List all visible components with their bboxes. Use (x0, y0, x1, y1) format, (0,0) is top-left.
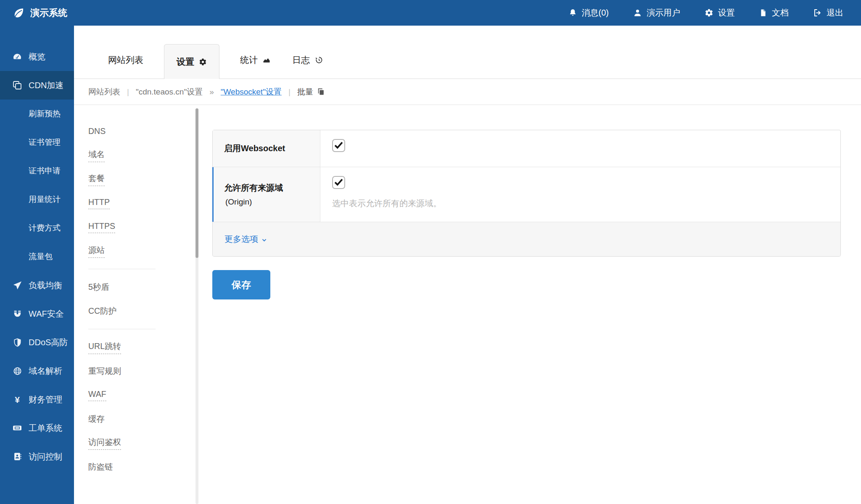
allow-origins-sublabel: (Origin) (224, 197, 314, 207)
topbar: 演示系统 消息(0) 演示用户 设置 文档 (0, 0, 861, 26)
sidebar-item-label: 计费方式 (29, 223, 61, 234)
submenu-label: 防盗链 (88, 461, 113, 472)
sidebar-item-cdn[interactable]: CDN加速 (0, 71, 74, 100)
sidebar-item-load-balance[interactable]: 负载均衡 (0, 271, 74, 299)
save-button[interactable]: 保存 (212, 270, 270, 299)
sidebar-item-access-control[interactable]: 访问控制 (0, 442, 74, 471)
user-menu-item[interactable]: 演示用户 (633, 7, 680, 18)
gear-icon (705, 8, 713, 17)
enable-websocket-label: 启用Websocket (224, 143, 314, 154)
breadcrumb-separator: | (127, 87, 129, 97)
submenu-item-5s-shield[interactable]: 5秒盾 (88, 275, 189, 299)
sidebar-item-label: 访问控制 (29, 451, 62, 462)
submenu-item-url-redirect[interactable]: URL跳转 (88, 335, 189, 359)
submenu-scrollbar[interactable] (195, 108, 198, 504)
settings-menu-item[interactable]: 设置 (705, 7, 735, 18)
sidebar-item-cert-apply[interactable]: 证书申请 (0, 157, 74, 185)
logout-label: 退出 (827, 7, 843, 18)
check-icon (333, 176, 344, 188)
paper-plane-icon (11, 281, 24, 290)
copy-icon (317, 88, 325, 96)
submenu-item-plan[interactable]: 套餐 (88, 167, 189, 191)
breadcrumb-arrow-separator: » (209, 87, 214, 97)
sidebar-item-ddos[interactable]: DDoS高防 (0, 328, 74, 357)
row-value-cell: 选中表示允许所有的来源域。 (320, 167, 840, 222)
sidebar-item-label: 财务管理 (29, 394, 62, 405)
submenu-item-domain[interactable]: 域名 (88, 143, 189, 167)
submenu-item-cache[interactable]: 缓存 (88, 407, 189, 431)
submenu-item-https[interactable]: HTTPS (88, 215, 189, 239)
submenu-label: DNS (88, 126, 106, 136)
address-book-icon (11, 452, 24, 461)
submenu-divider (88, 269, 156, 269)
submenu-label: 套餐 (88, 173, 105, 186)
sidebar-item-label: 刷新预热 (29, 108, 61, 119)
allow-origins-label: 允许所有来源域 (224, 182, 314, 194)
submenu-item-hotlink-protect[interactable]: 防盗链 (88, 455, 189, 479)
submenu-label: WAF (88, 389, 106, 401)
tab-statistics[interactable]: 统计 (239, 54, 272, 79)
tachometer-icon (11, 52, 24, 62)
messages-menu-item[interactable]: 消息(0) (568, 7, 609, 18)
app-logo[interactable]: 演示系统 (0, 7, 67, 19)
row-label-cell: 启用Websocket (213, 130, 320, 167)
check-icon (333, 139, 344, 151)
sidebar-item-overview[interactable]: 概览 (0, 42, 74, 71)
breadcrumb-websocket-settings[interactable]: "Websocket"设置 (221, 87, 282, 97)
sidebar-item-refresh-preheat[interactable]: 刷新预热 (0, 100, 74, 128)
submenu-item-http[interactable]: HTTP (88, 191, 189, 215)
submenu-item-dns[interactable]: DNS (88, 119, 189, 143)
row-value-cell (320, 130, 840, 167)
submenu-item-waf[interactable]: WAF (88, 383, 189, 407)
settings-label: 设置 (718, 7, 735, 18)
shield-icon (11, 338, 24, 347)
sidebar-item-waf[interactable]: WAF安全 (0, 299, 74, 328)
submenu-item-access-auth[interactable]: 访问鉴权 (88, 431, 189, 455)
settings-content: DNS 域名 套餐 HTTP HTTPS 源站 5秒盾 CC防护 URL跳转 重… (74, 105, 861, 504)
sidebar-item-finance[interactable]: ¥ 财务管理 (0, 385, 74, 414)
sidebar-item-billing-mode[interactable]: 计费方式 (0, 214, 74, 242)
docs-label: 文档 (772, 7, 789, 18)
tab-logs[interactable]: 日志 (291, 54, 324, 79)
submenu-item-origin[interactable]: 源站 (88, 239, 189, 263)
tab-site-list[interactable]: 网站列表 (107, 54, 144, 79)
sidebar-item-cert-manage[interactable]: 证书管理 (0, 128, 74, 157)
more-options-link[interactable]: 更多选项 (224, 234, 267, 245)
globe-icon (11, 366, 24, 376)
submenu-item-cc-protect[interactable]: CC防护 (88, 299, 189, 323)
submenu-label: 源站 (88, 244, 105, 258)
file-icon (759, 8, 767, 17)
tab-settings[interactable]: 设置 (164, 44, 219, 79)
allow-origins-hint: 选中表示允许所有的来源域。 (332, 198, 829, 209)
breadcrumb-site-list[interactable]: 网站列表 (88, 87, 120, 97)
logout-menu-item[interactable]: 退出 (813, 7, 843, 18)
tab-bar: 网站列表 设置 统计 日志 (74, 26, 861, 79)
sidebar-item-label: 证书管理 (29, 137, 61, 148)
sidebar-item-label: WAF安全 (29, 308, 64, 320)
allow-origins-checkbox[interactable] (332, 176, 345, 189)
sidebar: 概览 CDN加速 刷新预热 证书管理 证书申请 用量统计 计费方式 流量包 负载… (0, 26, 74, 504)
settings-panel: 启用Websocket 允许所有来源域 (Origin) (212, 130, 841, 257)
ticket-icon (11, 423, 24, 433)
sidebar-item-dns-resolve[interactable]: 域名解析 (0, 357, 74, 385)
sidebar-item-tickets[interactable]: 工单系统 (0, 414, 74, 442)
history-icon (314, 56, 323, 64)
submenu-item-rewrite-rules[interactable]: 重写规则 (88, 359, 189, 383)
user-icon (633, 8, 642, 17)
breadcrumb-batch-button[interactable]: 批量 (297, 87, 325, 97)
enable-websocket-checkbox[interactable] (332, 139, 345, 152)
submenu-label: 重写规则 (88, 365, 121, 377)
scrollbar-thumb[interactable] (195, 108, 198, 258)
messages-label: 消息(0) (582, 7, 609, 18)
panel-footer: 更多选项 (213, 222, 840, 256)
tab-label: 网站列表 (108, 54, 143, 66)
submenu-label: 5秒盾 (88, 281, 109, 293)
sidebar-item-label: 域名解析 (29, 365, 62, 377)
sidebar-item-usage-stats[interactable]: 用量统计 (0, 185, 74, 214)
breadcrumb-site-settings[interactable]: "cdn.teaos.cn"设置 (136, 87, 203, 97)
docs-menu-item[interactable]: 文档 (759, 7, 789, 18)
clone-icon (11, 80, 24, 90)
sidebar-item-label: DDoS高防 (29, 337, 68, 348)
sidebar-item-traffic-pack[interactable]: 流量包 (0, 242, 74, 271)
tab-label: 统计 (240, 54, 258, 66)
